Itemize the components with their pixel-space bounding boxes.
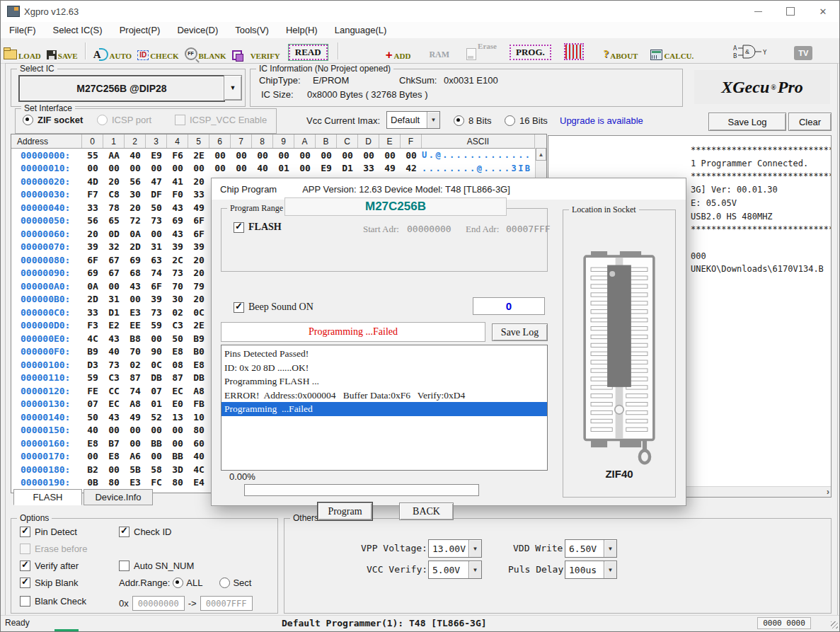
prog-button[interactable]: PROG. xyxy=(510,42,551,60)
hex-byte-cell[interactable]: 00 xyxy=(125,163,146,173)
hex-byte-cell[interactable]: 47 xyxy=(146,176,167,187)
hex-byte-cell[interactable]: 00 xyxy=(231,150,252,161)
hex-byte-cell[interactable]: EC xyxy=(103,398,125,409)
hex-byte-cell[interactable]: 50 xyxy=(146,202,167,213)
hex-byte-cell[interactable]: 73 xyxy=(146,215,167,226)
hex-byte-cell[interactable]: 73 xyxy=(103,360,125,370)
hex-byte-cell[interactable]: E2 xyxy=(103,320,125,331)
hex-byte-cell[interactable]: 02 xyxy=(125,360,146,370)
hex-byte-cell[interactable]: 70 xyxy=(125,346,146,357)
minimize-button[interactable] xyxy=(742,1,774,22)
hex-byte-cell[interactable]: 20 xyxy=(188,268,209,278)
verify-button[interactable]: VERIFY xyxy=(232,42,280,60)
hex-byte-cell[interactable]: 0D xyxy=(103,229,125,239)
hex-byte-cell[interactable]: 00 xyxy=(167,425,188,435)
back-button[interactable]: BACK xyxy=(399,502,454,520)
hex-byte-cell[interactable]: 59 xyxy=(146,320,167,331)
hex-byte-cell[interactable]: 2E xyxy=(188,320,209,331)
hex-byte-cell[interactable]: 0C xyxy=(146,360,167,370)
scroll-right-icon[interactable]: › xyxy=(827,487,829,497)
hex-byte-cell[interactable]: 6F xyxy=(82,255,103,265)
hex-byte-cell[interactable]: 87 xyxy=(125,372,146,383)
hex-byte-cell[interactable]: 80 xyxy=(167,477,188,488)
hex-byte-cell[interactable]: B8 xyxy=(125,333,146,344)
hex-byte-cell[interactable]: 00 xyxy=(103,425,125,435)
tab-flash[interactable]: FLASH xyxy=(13,489,82,505)
puls-delay-combo[interactable]: 100us▼ xyxy=(565,561,617,579)
add-button[interactable]: +ADD xyxy=(386,42,411,60)
hex-byte-cell[interactable]: 00 xyxy=(82,163,103,173)
hex-byte-cell[interactable]: 00 xyxy=(379,150,401,161)
result-listbox[interactable]: Pins Detected Passed!ID: 0x 20 8D ......… xyxy=(221,345,548,471)
hex-byte-cell[interactable]: 73 xyxy=(167,268,188,278)
chevron-down-icon[interactable]: ▼ xyxy=(604,561,616,578)
hex-byte-cell[interactable]: DF xyxy=(146,189,167,200)
hex-byte-cell[interactable]: E8 xyxy=(167,346,188,357)
hex-byte-cell[interactable]: 67 xyxy=(103,255,125,265)
auto-button[interactable]: AAUTO xyxy=(93,42,132,60)
hex-byte-cell[interactable]: E8 xyxy=(103,451,125,461)
hex-byte-cell[interactable]: EE xyxy=(125,320,146,331)
hex-byte-cell[interactable]: 00 xyxy=(252,150,273,161)
hex-byte-cell[interactable]: 42 xyxy=(401,163,422,173)
menu-item-deviced[interactable]: Device(D) xyxy=(168,23,226,37)
hex-byte-cell[interactable]: 39 xyxy=(146,294,167,304)
hex-byte-cell[interactable]: DB xyxy=(188,372,209,383)
hex-byte-cell[interactable]: 00 xyxy=(167,438,188,449)
vpp-voltage-combo[interactable]: 13.00V▼ xyxy=(428,539,482,558)
hex-byte-cell[interactable]: 30 xyxy=(125,189,146,200)
hex-byte-cell[interactable]: E4 xyxy=(188,477,209,488)
hex-byte-cell[interactable]: CC xyxy=(103,386,125,396)
hex-byte-cell[interactable]: 50 xyxy=(82,412,103,423)
hex-byte-cell[interactable]: EC xyxy=(167,386,188,396)
hex-byte-cell[interactable]: 56 xyxy=(82,215,103,226)
hex-byte-cell[interactable]: 00 xyxy=(188,163,209,173)
hex-byte-cell[interactable]: 39 xyxy=(82,241,103,252)
hex-byte-cell[interactable]: 02 xyxy=(167,307,188,318)
hex-byte-cell[interactable]: 43 xyxy=(125,281,146,292)
hex-byte-cell[interactable]: 00 xyxy=(146,229,167,239)
hex-byte-cell[interactable]: 80 xyxy=(103,477,125,488)
hex-byte-cell[interactable]: C3 xyxy=(103,372,125,383)
hex-byte-cell[interactable]: 01 xyxy=(273,163,294,173)
hex-byte-cell[interactable]: 20 xyxy=(188,176,209,187)
read-button[interactable]: READ xyxy=(289,42,328,60)
result-list-item[interactable]: ID: 0x 20 8D ......OK! xyxy=(221,361,547,375)
hex-byte-cell[interactable]: 41 xyxy=(167,176,188,187)
hex-byte-cell[interactable]: 00 xyxy=(82,451,103,461)
hex-byte-cell[interactable]: 40 xyxy=(252,163,273,173)
pin-detect-checkbox[interactable]: Pin Detect xyxy=(20,527,77,537)
hex-byte-cell[interactable]: 0B xyxy=(82,477,103,488)
save-log-button[interactable]: Save Log xyxy=(708,113,786,131)
hex-byte-cell[interactable]: 33 xyxy=(82,202,103,213)
hex-byte-cell[interactable]: 6F xyxy=(188,229,209,239)
hex-byte-cell[interactable]: 00 xyxy=(125,438,146,449)
result-list-item[interactable]: Programming ...Failed xyxy=(221,402,547,416)
hex-byte-cell[interactable]: D3 xyxy=(82,360,103,370)
hex-byte-cell[interactable]: 00 xyxy=(231,163,252,173)
result-list-item[interactable]: Pins Detected Passed! xyxy=(221,347,547,361)
maximize-button[interactable] xyxy=(774,1,807,22)
hex-byte-cell[interactable]: 00 xyxy=(125,425,146,435)
hex-byte-cell[interactable]: 49 xyxy=(125,412,146,423)
hex-byte-cell[interactable]: 6F xyxy=(188,215,209,226)
hex-byte-cell[interactable]: 20 xyxy=(103,176,125,187)
blank-check-checkbox[interactable]: Blank Check xyxy=(20,596,86,607)
about-button[interactable]: ?ABOUT xyxy=(604,42,638,60)
hex-byte-cell[interactable]: FE xyxy=(82,386,103,396)
vcc-verify-combo[interactable]: 5.00V▼ xyxy=(428,561,482,579)
hex-byte-cell[interactable]: 78 xyxy=(103,202,125,213)
hex-byte-cell[interactable]: A6 xyxy=(125,451,146,461)
hex-byte-cell[interactable]: 00 xyxy=(316,150,337,161)
calcu-button[interactable]: CALCU. xyxy=(650,42,694,60)
hex-byte-cell[interactable]: 0A xyxy=(82,281,103,292)
hex-byte-cell[interactable]: 40 xyxy=(125,150,146,161)
hex-byte-cell[interactable]: 00 xyxy=(209,163,231,173)
clear-button[interactable]: Clear xyxy=(788,113,832,131)
hex-byte-cell[interactable]: 33 xyxy=(82,307,103,318)
hex-byte-cell[interactable]: 39 xyxy=(188,241,209,252)
hex-byte-cell[interactable]: F0 xyxy=(167,189,188,200)
chevron-down-icon[interactable]: ▼ xyxy=(604,540,616,557)
menu-item-helph[interactable]: Help(H) xyxy=(277,23,326,37)
hex-byte-cell[interactable]: 00 xyxy=(209,150,231,161)
